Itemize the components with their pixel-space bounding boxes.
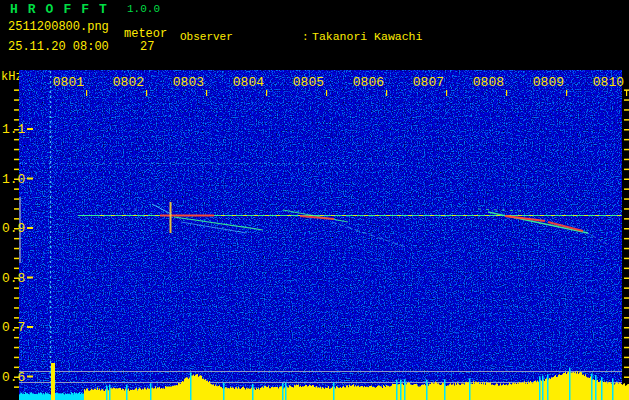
time-tick: [506, 90, 507, 96]
meter-event-tick: [547, 374, 549, 400]
time-label: 0806: [353, 75, 384, 90]
spectrogram-plot: 0801080208030804080508060807080808090810…: [0, 0, 629, 400]
freq-tick-minor-right: [624, 337, 629, 339]
meter-event-tick: [444, 379, 446, 400]
freq-tick-minor-right: [624, 238, 629, 240]
freq-tick-minor-left: [14, 357, 19, 359]
time-tick: [86, 90, 87, 96]
freq-tick-major: [27, 376, 33, 378]
freq-tick-minor-left: [14, 238, 19, 240]
freq-label: 1.1: [2, 122, 26, 137]
meter-event-tick: [591, 373, 593, 400]
freq-tick-minor-right: [624, 367, 629, 369]
time-tick: [566, 90, 567, 96]
time-label: 0804: [233, 75, 264, 90]
freq-tick-minor-left: [14, 307, 19, 309]
freq-tick-minor-left: [14, 268, 19, 270]
freq-tick-minor-right: [624, 99, 629, 101]
freq-tick-minor-left: [14, 377, 19, 379]
freq-tick-major: [27, 128, 33, 130]
freq-tick-minor-right: [624, 179, 629, 181]
meter-event-tick: [223, 383, 225, 400]
meter-event-tick: [426, 380, 428, 400]
meter-event-tick: [396, 380, 398, 400]
meter-event-tick: [252, 384, 254, 400]
freq-tick-minor-left: [14, 367, 19, 369]
freq-tick-minor-right: [624, 149, 629, 151]
meter-event-tick: [282, 383, 284, 400]
freq-tick-minor-right: [624, 347, 629, 349]
meter-event-tick: [106, 386, 108, 400]
time-tick: [206, 90, 207, 96]
freq-tick-minor-right: [624, 268, 629, 270]
freq-tick-minor-left: [14, 129, 19, 131]
freq-tick-minor-left: [14, 109, 19, 111]
time-tick: [146, 90, 147, 96]
freq-tick-minor-left: [14, 159, 19, 161]
meter-event-tick: [612, 378, 614, 400]
meter-event-tick: [595, 375, 597, 400]
meter-event-tick: [542, 376, 544, 400]
freq-tick-minor-left: [14, 218, 19, 220]
freq-tick-minor-left: [14, 208, 19, 210]
freq-tick-minor-right: [624, 307, 629, 309]
time-tick: [446, 90, 447, 96]
freq-tick-minor-right: [624, 278, 629, 280]
freq-tick-minor-right: [624, 297, 629, 299]
hrofft-window: HROFFT 1.0.0 2511200800.png meteor 25.11…: [0, 0, 629, 400]
meter-event-tick: [190, 372, 192, 400]
freq-tick-minor-left: [14, 119, 19, 121]
freq-tick-minor-right: [624, 188, 629, 190]
time-label: 0809: [533, 75, 564, 90]
freq-tick-minor-left: [14, 386, 19, 388]
time-label: 0805: [293, 75, 324, 90]
freq-tick-minor-left: [14, 188, 19, 190]
time-label: 0802: [113, 75, 144, 90]
freq-label: 1.0: [2, 172, 25, 187]
freq-tick-minor-left: [14, 228, 19, 230]
meter-event-tick: [569, 368, 571, 400]
freq-tick-minor-right: [624, 208, 629, 210]
time-label: 0810: [593, 75, 624, 90]
freq-tick-minor-right: [624, 169, 629, 171]
freq-tick-minor-right: [624, 159, 629, 161]
freq-tick-minor-left: [14, 248, 19, 250]
freq-tick-minor-left: [14, 347, 19, 349]
freq-tick-minor-right: [624, 228, 629, 230]
freq-tick-major: [27, 326, 33, 328]
freq-tick-minor-right: [624, 317, 629, 319]
freq-tick-minor-right: [624, 377, 629, 379]
time-label: 0803: [173, 75, 204, 90]
freq-tick-minor-right: [624, 357, 629, 359]
time-label: 0808: [473, 75, 504, 90]
meter-event-tick: [285, 383, 287, 400]
meter-event-tick: [469, 378, 471, 400]
freq-tick-major: [27, 178, 33, 180]
freq-tick-minor-left: [14, 198, 19, 200]
freq-label: 0.8: [2, 271, 25, 286]
time-label: 0801: [53, 75, 84, 90]
time-tick: [326, 90, 327, 96]
meter-event-tick: [539, 376, 541, 400]
freq-tick-minor-left: [14, 317, 19, 319]
freq-tick-minor-left: [14, 278, 19, 280]
freq-tick-minor-left: [14, 297, 19, 299]
freq-label: 0.9: [2, 221, 25, 236]
freq-tick-minor-left: [14, 258, 19, 260]
meter-event-tick: [150, 383, 152, 400]
freq-tick-minor-left: [14, 327, 19, 329]
meter-carrier-spike: [51, 363, 55, 400]
freq-tick-minor-right: [624, 109, 629, 111]
freq-label: 0.7: [2, 320, 25, 335]
freq-tick-minor-left: [14, 337, 19, 339]
freq-tick-major: [27, 277, 33, 279]
freq-tick-minor-left: [14, 149, 19, 151]
meter-event-tick: [333, 382, 335, 400]
freq-label: 0.6: [2, 370, 25, 385]
time-tick: [266, 90, 267, 96]
freq-tick-major: [27, 227, 33, 229]
freq-tick-minor-left: [14, 99, 19, 101]
meter-event-tick: [404, 379, 406, 400]
freq-tick-minor-left: [14, 179, 19, 181]
freq-tick-minor-left: [14, 169, 19, 171]
